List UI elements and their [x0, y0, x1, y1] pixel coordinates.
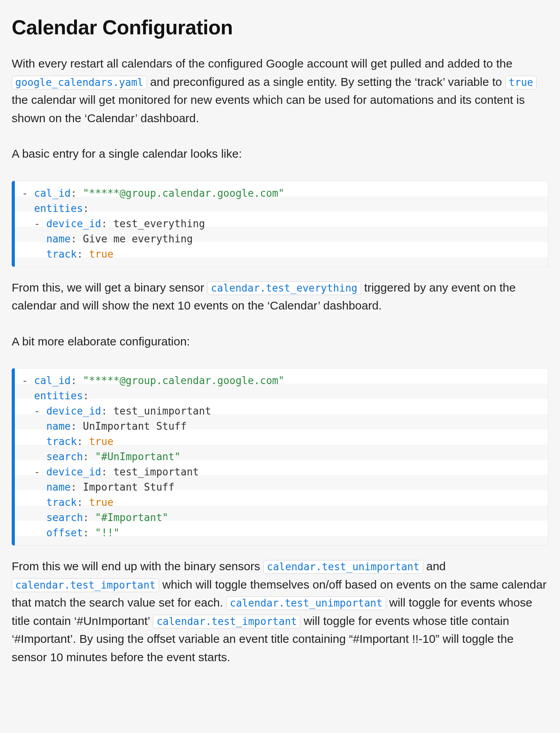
- sp: [107, 466, 113, 478]
- sp: [83, 248, 89, 260]
- sp: [77, 375, 83, 386]
- code-true: true: [505, 76, 537, 89]
- key-device-id: device_id: [46, 405, 101, 417]
- colon: :: [101, 466, 108, 478]
- key-entities: entities: [34, 390, 83, 402]
- text: With every restart all calendars of the …: [12, 57, 512, 70]
- value-track: true: [89, 496, 113, 508]
- key-track: track: [46, 248, 77, 260]
- colon: :: [83, 512, 89, 523]
- indent: [22, 527, 46, 539]
- page-title: Calendar Configuration: [12, 16, 548, 39]
- indent: [22, 248, 46, 260]
- sp: [89, 512, 95, 523]
- dash: -: [22, 218, 46, 230]
- code-calendar-test-important: calendar.test_important: [153, 615, 300, 628]
- value-device-id: test_important: [113, 466, 199, 478]
- indent: [22, 512, 46, 523]
- indent: [22, 420, 46, 432]
- text: the calendar will get monitored for new …: [12, 93, 525, 125]
- elaborate-result-paragraph: From this we will end up with the binary…: [12, 557, 548, 666]
- colon: :: [71, 420, 77, 432]
- key-name: name: [46, 481, 71, 493]
- value-search: "#Important": [95, 512, 168, 523]
- sp: [77, 481, 83, 493]
- indent: [22, 481, 46, 493]
- binary-sensor-paragraph: From this, we will get a binary sensor c…: [12, 279, 548, 315]
- colon: :: [77, 496, 83, 508]
- colon: :: [77, 248, 83, 260]
- code-calendar-test-everything: calendar.test_everything: [207, 281, 361, 295]
- code-block-basic: - cal_id: "*****@group.calendar.google.c…: [12, 181, 548, 267]
- sp: [83, 496, 89, 508]
- dash: -: [22, 187, 34, 199]
- code-google-calendars-yaml: google_calendars.yaml: [12, 76, 147, 89]
- text: From this, we will get a binary sensor: [12, 281, 207, 294]
- value-offset: "!!": [95, 527, 120, 539]
- intro-paragraph: With every restart all calendars of the …: [12, 55, 548, 127]
- key-name: name: [46, 420, 71, 432]
- value-cal-id: "*****@group.calendar.google.com": [83, 187, 285, 199]
- code-calendar-test-important: calendar.test_important: [12, 578, 159, 592]
- code-block-elaborate: - cal_id: "*****@group.calendar.google.c…: [12, 368, 548, 546]
- indent: [22, 436, 46, 447]
- key-cal-id: cal_id: [34, 187, 71, 199]
- value-track: true: [89, 436, 113, 447]
- key-entities: entities: [34, 203, 83, 214]
- value-name: UnImportant Stuff: [83, 420, 187, 432]
- colon: :: [83, 203, 89, 214]
- colon: :: [77, 436, 83, 447]
- dash: -: [22, 466, 46, 478]
- value-device-id: test_everything: [113, 218, 205, 230]
- sp: [89, 527, 95, 539]
- colon: :: [83, 390, 89, 402]
- colon: :: [71, 375, 77, 386]
- code-calendar-test-unimportant: calendar.test_unimportant: [226, 596, 386, 610]
- sp: [77, 187, 83, 199]
- key-cal-id: cal_id: [34, 375, 71, 386]
- key-name: name: [46, 233, 71, 245]
- sp: [107, 405, 113, 417]
- sp: [77, 233, 83, 245]
- dash: -: [22, 405, 46, 417]
- value-cal-id: "*****@group.calendar.google.com": [83, 375, 285, 386]
- text: and: [423, 560, 446, 573]
- key-offset: offset: [46, 527, 83, 539]
- colon: :: [101, 405, 108, 417]
- key-track: track: [46, 436, 77, 447]
- colon: :: [83, 451, 89, 463]
- colon: :: [71, 187, 77, 199]
- colon: :: [71, 233, 77, 245]
- sp: [83, 436, 89, 447]
- key-device-id: device_id: [46, 466, 101, 478]
- colon: :: [83, 527, 89, 539]
- value-device-id: test_unimportant: [113, 405, 211, 417]
- key-search: search: [46, 451, 83, 463]
- value-track: true: [89, 248, 113, 260]
- value-search: "#UnImportant": [95, 451, 181, 463]
- indent: [22, 451, 46, 463]
- colon: :: [101, 218, 108, 230]
- key-device-id: device_id: [46, 218, 101, 230]
- code-calendar-test-unimportant: calendar.test_unimportant: [263, 560, 423, 574]
- sp: [77, 420, 83, 432]
- text: From this we will end up with the binary…: [12, 560, 263, 573]
- key-track: track: [46, 496, 77, 508]
- basic-entry-lead: A basic entry for a single calendar look…: [12, 145, 548, 163]
- value-name: Give me everything: [83, 233, 193, 245]
- sp: [107, 218, 113, 230]
- key-search: search: [46, 512, 83, 523]
- elaborate-lead: A bit more elaborate configuration:: [12, 333, 548, 351]
- text: and preconfigured as a single entity. By…: [147, 75, 505, 88]
- value-name: Important Stuff: [83, 481, 175, 493]
- indent: [22, 233, 46, 245]
- colon: :: [71, 481, 77, 493]
- sp: [89, 451, 95, 463]
- indent: [22, 496, 46, 508]
- dash: -: [22, 375, 34, 386]
- page-content: Calendar Configuration With every restar…: [0, 0, 560, 707]
